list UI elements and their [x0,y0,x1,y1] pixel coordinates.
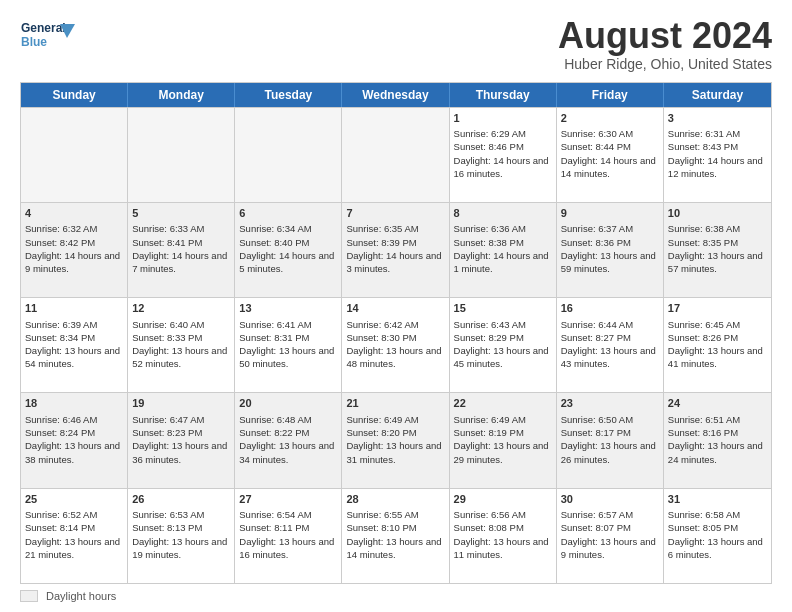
sunset: Sunset: 8:42 PM [25,237,95,248]
table-row: 6 Sunrise: 6:34 AM Sunset: 8:40 PM Dayli… [235,203,342,297]
sunset: Sunset: 8:07 PM [561,522,631,533]
table-row: 24 Sunrise: 6:51 AM Sunset: 8:16 PM Dayl… [664,393,771,487]
table-row: 23 Sunrise: 6:50 AM Sunset: 8:17 PM Dayl… [557,393,664,487]
sunrise: Sunrise: 6:57 AM [561,509,633,520]
sunset: Sunset: 8:11 PM [239,522,309,533]
day-number: 16 [561,301,659,316]
sunset: Sunset: 8:24 PM [25,427,95,438]
table-row: 17 Sunrise: 6:45 AM Sunset: 8:26 PM Dayl… [664,298,771,392]
daylight: Daylight: 13 hours and 9 minutes. [561,536,656,560]
daylight: Daylight: 14 hours and 14 minutes. [561,155,656,179]
title-block: August 2024 Huber Ridge, Ohio, United St… [558,16,772,72]
table-row: 2 Sunrise: 6:30 AM Sunset: 8:44 PM Dayli… [557,108,664,202]
sunset: Sunset: 8:33 PM [132,332,202,343]
day-number: 21 [346,396,444,411]
page: General Blue August 2024 Huber Ridge, Oh… [0,0,792,612]
sunset: Sunset: 8:26 PM [668,332,738,343]
day-number: 3 [668,111,767,126]
table-row: 7 Sunrise: 6:35 AM Sunset: 8:39 PM Dayli… [342,203,449,297]
daylight-label: Daylight hours [46,590,116,602]
daylight: Daylight: 13 hours and 59 minutes. [561,250,656,274]
daylight: Daylight: 13 hours and 36 minutes. [132,440,227,464]
daylight-box [20,590,38,602]
logo-svg: General Blue [20,16,80,56]
day-number: 6 [239,206,337,221]
day-number: 26 [132,492,230,507]
table-row: 12 Sunrise: 6:40 AM Sunset: 8:33 PM Dayl… [128,298,235,392]
day-number: 23 [561,396,659,411]
day-number: 9 [561,206,659,221]
daylight: Daylight: 13 hours and 54 minutes. [25,345,120,369]
sunset: Sunset: 8:22 PM [239,427,309,438]
day-number: 7 [346,206,444,221]
sunrise: Sunrise: 6:38 AM [668,223,740,234]
day-number: 30 [561,492,659,507]
sunset: Sunset: 8:34 PM [25,332,95,343]
sunrise: Sunrise: 6:44 AM [561,319,633,330]
daylight: Daylight: 14 hours and 12 minutes. [668,155,763,179]
day-number: 24 [668,396,767,411]
sunrise: Sunrise: 6:49 AM [346,414,418,425]
sunrise: Sunrise: 6:42 AM [346,319,418,330]
day-number: 17 [668,301,767,316]
sunset: Sunset: 8:31 PM [239,332,309,343]
sunrise: Sunrise: 6:35 AM [346,223,418,234]
day-number: 18 [25,396,123,411]
svg-text:Blue: Blue [21,35,47,49]
table-row: 10 Sunrise: 6:38 AM Sunset: 8:35 PM Dayl… [664,203,771,297]
daylight: Daylight: 13 hours and 45 minutes. [454,345,549,369]
daylight: Daylight: 13 hours and 50 minutes. [239,345,334,369]
calendar-header-cell: Monday [128,83,235,107]
daylight: Daylight: 14 hours and 1 minute. [454,250,549,274]
table-row: 3 Sunrise: 6:31 AM Sunset: 8:43 PM Dayli… [664,108,771,202]
sunrise: Sunrise: 6:50 AM [561,414,633,425]
sunrise: Sunrise: 6:30 AM [561,128,633,139]
calendar: SundayMondayTuesdayWednesdayThursdayFrid… [20,82,772,584]
daylight: Daylight: 13 hours and 26 minutes. [561,440,656,464]
table-row: 26 Sunrise: 6:53 AM Sunset: 8:13 PM Dayl… [128,489,235,583]
sunset: Sunset: 8:23 PM [132,427,202,438]
sunrise: Sunrise: 6:45 AM [668,319,740,330]
day-number: 25 [25,492,123,507]
logo: General Blue [20,16,80,56]
sunset: Sunset: 8:39 PM [346,237,416,248]
day-number: 29 [454,492,552,507]
table-row: 15 Sunrise: 6:43 AM Sunset: 8:29 PM Dayl… [450,298,557,392]
sunset: Sunset: 8:35 PM [668,237,738,248]
sunrise: Sunrise: 6:43 AM [454,319,526,330]
calendar-week: 4 Sunrise: 6:32 AM Sunset: 8:42 PM Dayli… [21,202,771,297]
svg-text:General: General [21,21,66,35]
calendar-header-cell: Thursday [450,83,557,107]
table-row: 30 Sunrise: 6:57 AM Sunset: 8:07 PM Dayl… [557,489,664,583]
day-number: 14 [346,301,444,316]
sunrise: Sunrise: 6:48 AM [239,414,311,425]
sunrise: Sunrise: 6:46 AM [25,414,97,425]
day-number: 2 [561,111,659,126]
day-number: 19 [132,396,230,411]
table-row: 25 Sunrise: 6:52 AM Sunset: 8:14 PM Dayl… [21,489,128,583]
calendar-header-cell: Sunday [21,83,128,107]
calendar-body: 1 Sunrise: 6:29 AM Sunset: 8:46 PM Dayli… [21,107,771,583]
sunrise: Sunrise: 6:36 AM [454,223,526,234]
table-row [235,108,342,202]
daylight: Daylight: 13 hours and 21 minutes. [25,536,120,560]
daylight: Daylight: 13 hours and 16 minutes. [239,536,334,560]
sunset: Sunset: 8:46 PM [454,141,524,152]
sunrise: Sunrise: 6:58 AM [668,509,740,520]
sunset: Sunset: 8:40 PM [239,237,309,248]
table-row: 13 Sunrise: 6:41 AM Sunset: 8:31 PM Dayl… [235,298,342,392]
sunrise: Sunrise: 6:29 AM [454,128,526,139]
table-row [342,108,449,202]
daylight: Daylight: 13 hours and 14 minutes. [346,536,441,560]
table-row: 28 Sunrise: 6:55 AM Sunset: 8:10 PM Dayl… [342,489,449,583]
daylight: Daylight: 14 hours and 7 minutes. [132,250,227,274]
day-number: 8 [454,206,552,221]
table-row [21,108,128,202]
sunset: Sunset: 8:44 PM [561,141,631,152]
table-row: 22 Sunrise: 6:49 AM Sunset: 8:19 PM Dayl… [450,393,557,487]
sunset: Sunset: 8:05 PM [668,522,738,533]
sunset: Sunset: 8:14 PM [25,522,95,533]
calendar-header-cell: Saturday [664,83,771,107]
sunrise: Sunrise: 6:31 AM [668,128,740,139]
daylight: Daylight: 13 hours and 38 minutes. [25,440,120,464]
